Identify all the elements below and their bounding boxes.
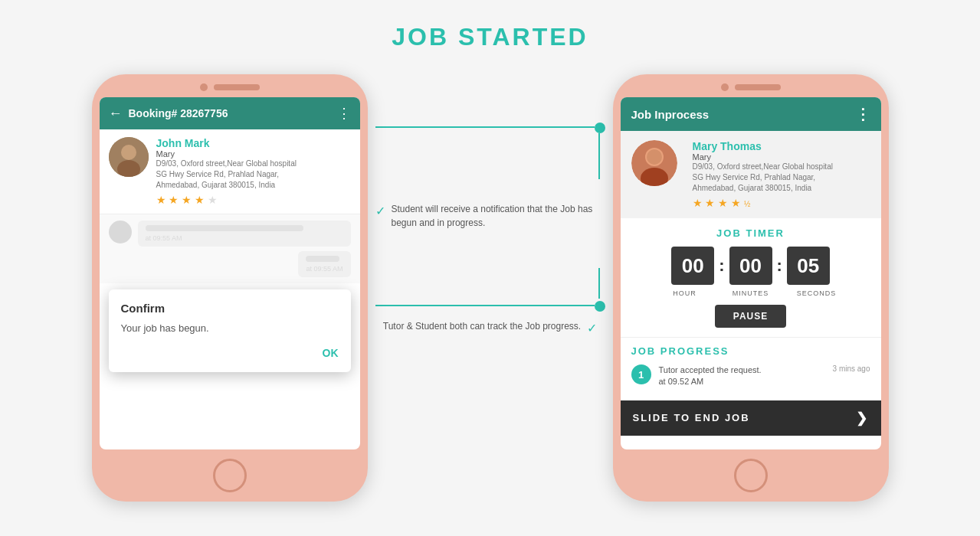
phone2-camera — [721, 83, 729, 91]
phone2-dots-icon[interactable]: ⋮ — [855, 105, 870, 123]
phone1-speaker — [214, 84, 260, 90]
job-inprocess-title: Job Inprocess — [631, 108, 710, 121]
header-dots-icon[interactable]: ⋮ — [337, 105, 351, 122]
job-progress-section: JOB PROGRESS 1 Tutor accepted the reques… — [621, 337, 881, 396]
message-time-2: at 09:55 AM — [306, 265, 343, 273]
phone1-profile-info: John Mark Mary D9/03, Oxford street,Near… — [156, 137, 297, 206]
phone2-profile: Mary Thomas Mary D9/03, Oxford street,Ne… — [621, 131, 881, 218]
timer-label: JOB TIMER — [631, 227, 870, 239]
page-title: JOB STARTED — [392, 23, 588, 51]
minutes-label: MINUTES — [729, 289, 772, 297]
slide-arrow-icon: ❯ — [856, 410, 869, 427]
address: D9/03, Oxford street,Near Global hospita… — [156, 159, 297, 191]
phone2-speaker — [735, 84, 781, 90]
home-button[interactable] — [213, 459, 247, 492]
message-time-1: at 09:55 AM — [146, 234, 343, 242]
flow-dot-2 — [595, 301, 605, 312]
phone2: Job Inprocess ⋮ Mary Thomas Mary D9/03, — [613, 74, 889, 502]
phone2-header: Job Inprocess ⋮ — [621, 97, 881, 131]
rating-stars: ★ ★ ★ ★ ★ — [156, 194, 297, 206]
timer-seconds: 05 — [787, 247, 830, 285]
timer-display: 00 : 00 : 05 — [631, 247, 870, 285]
slide-text: SLIDE TO END JOB — [633, 412, 750, 423]
pause-button[interactable]: PAUSE — [715, 305, 786, 328]
confirm-body: Your job has begun. — [121, 322, 339, 334]
hour-label: HOUR — [664, 289, 706, 297]
seconds-label: SECONDS — [795, 289, 838, 297]
confirm-title: Confirm — [121, 302, 339, 315]
slide-to-end-bar[interactable]: SLIDE TO END JOB ❯ — [621, 400, 881, 436]
job-timer-section: JOB TIMER 00 : 00 : 05 HOUR MINUTES SECO… — [621, 218, 881, 337]
phone1-camera — [200, 83, 208, 91]
avatar2 — [631, 140, 677, 186]
flow-dot-1 — [595, 123, 605, 133]
phone1-messages: at 09:55 AM at 09:55 AM — [100, 214, 360, 283]
timer-minutes: 00 — [729, 247, 772, 285]
tutor-name: John Mark — [156, 137, 297, 149]
timer-hours: 00 — [671, 247, 714, 285]
address2: D9/03, Oxford street,Near Global hospita… — [693, 162, 833, 194]
svg-point-1 — [121, 145, 136, 160]
check-icon-2: ✓ — [587, 319, 597, 338]
phone2-profile-info: Mary Thomas Mary D9/03, Oxford street,Ne… — [693, 140, 833, 209]
phone1-screen: ← Booking# 28267756 ⋮ John Mark — [100, 97, 360, 449]
progress-item: 1 Tutor accepted the request. at 09.52 A… — [631, 364, 870, 388]
student-name2: Mary Thomas — [693, 140, 833, 152]
progress-item-subtext: at 09.52 AM — [659, 376, 762, 387]
svg-point-6 — [647, 149, 662, 165]
confirm-dialog: Confirm Your job has begun. OK — [109, 289, 351, 372]
progress-item-time: 3 mins ago — [833, 364, 870, 373]
progress-item-row: Tutor accepted the request. at 09.52 AM … — [659, 364, 870, 388]
rating-stars2: ★ ★ ★ ★ ½ — [693, 197, 833, 209]
back-arrow-icon[interactable]: ← — [109, 106, 123, 122]
student-name: Mary — [156, 149, 297, 159]
progress-step-num: 1 — [631, 364, 651, 384]
phone1-header: ← Booking# 28267756 ⋮ — [100, 97, 360, 129]
phone1: ← Booking# 28267756 ⋮ John Mark — [92, 74, 368, 502]
home-button-2[interactable] — [734, 459, 768, 492]
flow-step2-text: Tutor & Student both can track the Job p… — [383, 319, 597, 338]
booking-title: Booking# 28267756 — [129, 107, 331, 119]
student-label2: Mary — [693, 152, 833, 162]
phone2-screen: Job Inprocess ⋮ Mary Thomas Mary D9/03, — [621, 97, 881, 449]
check-icon-1: ✓ — [375, 202, 385, 221]
phone1-profile: John Mark Mary D9/03, Oxford street,Near… — [100, 129, 360, 214]
progress-item-text: Tutor accepted the request. — [659, 364, 762, 376]
middle-diagram: ✓ Student will receive a notification th… — [368, 120, 613, 338]
flow-step1-text: ✓ Student will receive a notification th… — [375, 202, 605, 230]
ok-button[interactable]: OK — [323, 347, 339, 359]
progress-label: JOB PROGRESS — [631, 345, 870, 357]
avatar — [109, 137, 149, 177]
